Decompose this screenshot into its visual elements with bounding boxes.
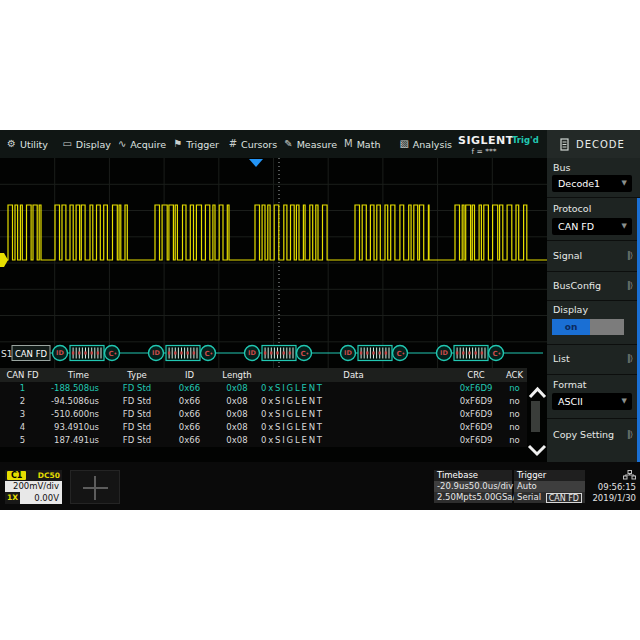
decode-bus-label: CAN FD [15, 349, 48, 359]
timebase-delay: -20.9us [437, 481, 469, 492]
cell-time: -510.600ns [45, 408, 112, 421]
trigger-flag-icon: ⚑ [173, 139, 182, 149]
signal-menu-item[interactable]: Signal ‖⟩ [547, 248, 640, 264]
table-row[interactable]: 2-94.5086usFD Std0x660x080xSIGLENT0xF6D9… [0, 395, 527, 408]
menu-item-acquire[interactable]: ∿Acquire [111, 130, 166, 158]
column-header-time: Time [45, 368, 112, 382]
plus-icon [94, 476, 96, 500]
decoded-frame: IDC [341, 346, 408, 361]
cell-ack: no [502, 421, 527, 434]
menu-item-cursors[interactable]: #Cursors [222, 130, 278, 158]
cell-length: 0x08 [217, 434, 257, 447]
submenu-arrow-icon: ‖⟩ [627, 251, 632, 260]
timebase-box[interactable]: Timebase -20.9us 50.0us/div 2.50Mpts 5.0… [434, 470, 512, 504]
menu-item-utility[interactable]: ⚙Utility [0, 130, 55, 158]
decoded-frame: IDC [53, 346, 120, 361]
status-bar: C1 DC50 200mV/div 1X 0.00V Timebase -20.… [0, 462, 640, 510]
channel1-scale: 200mV/div [5, 481, 62, 492]
column-header-crc: CRC [450, 368, 502, 382]
cell-data: 0xSIGLENT [257, 382, 450, 395]
menu-items: ⚙Utility▭Display∿Acquire⚑Trigger#Cursors… [0, 130, 452, 158]
cell-id: 0x66 [162, 408, 217, 421]
bus-select-value: Decode1 [558, 175, 600, 192]
table-row[interactable]: 1-188.508usFD Std0x660x080xSIGLENT0xF6D9… [0, 382, 527, 395]
timebase-row2: 2.50Mpts 5.00GSa/s [434, 492, 512, 503]
trigger-bus-type: CAN FD [546, 493, 582, 503]
cell-id: 0x66 [162, 395, 217, 408]
bus-select[interactable]: Decode1 ▼ [552, 175, 632, 192]
chevron-down-icon: ▼ [622, 175, 627, 192]
cell-can-fd: 2 [0, 395, 45, 408]
add-channel-button[interactable] [70, 470, 120, 504]
cell-crc: 0xF6D9 [450, 382, 502, 395]
siglent-logo: SIGLENT [458, 134, 510, 147]
table-row[interactable]: 5187.491usFD Std0x660x080xSIGLENT0xF6D9n… [0, 434, 527, 447]
list-label: List [553, 353, 570, 364]
list-menu-item[interactable]: List ‖⟩ [547, 351, 640, 367]
acquire-wave-icon: ∿ [118, 139, 126, 149]
cell-id: 0x66 [162, 421, 217, 434]
menu-item-math[interactable]: MMath [337, 130, 392, 158]
submenu-arrow-icon: ‖⟩ [627, 281, 632, 290]
cell-time: -94.5086us [45, 395, 112, 408]
table-row[interactable]: 3-510.600nsFD Std0x660x080xSIGLENT0xF6D9… [0, 408, 527, 421]
cell-ack: no [502, 395, 527, 408]
chevron-down-icon: ▼ [622, 218, 627, 235]
channel1-info-box[interactable]: C1 DC50 200mV/div 1X 0.00V [5, 470, 62, 504]
cell-type: FD Std [112, 434, 162, 447]
chevron-down-icon: ▼ [622, 393, 627, 410]
divider [547, 374, 640, 375]
oscilloscope-screen: ⚙Utility▭Display∿Acquire⚑Trigger#Cursors… [0, 130, 640, 510]
display-on-off-toggle[interactable]: on [552, 319, 624, 335]
cell-can-fd: 3 [0, 408, 45, 421]
list-scrollbar[interactable] [531, 401, 540, 432]
list-scroll-up-icon[interactable] [528, 386, 547, 399]
frequency-counter: f = *** [458, 147, 510, 156]
channel1-level-marker[interactable] [0, 253, 8, 267]
frame-id-label: ID [56, 349, 64, 357]
menu-item-trigger[interactable]: ⚑Trigger [166, 130, 221, 158]
frame-crc-label: C [300, 350, 305, 358]
cell-data: 0xSIGLENT [257, 434, 450, 447]
cell-data: 0xSIGLENT [257, 408, 450, 421]
trigger-delay-marker[interactable] [249, 159, 263, 167]
divider [547, 418, 640, 419]
protocol-select[interactable]: CAN FD ▼ [552, 218, 632, 235]
cell-data: 0xSIGLENT [257, 395, 450, 408]
frame-crc-label: C [492, 350, 497, 358]
list-scroll-down-icon[interactable] [526, 444, 548, 457]
decoded-frame: IDC [437, 346, 504, 361]
column-header-can-fd: CAN FD [0, 368, 45, 382]
menu-item-label: Acquire [130, 139, 166, 150]
busconfig-menu-item[interactable]: BusConfig ‖⟩ [547, 278, 640, 294]
frame-crc-label: C [204, 350, 209, 358]
cell-crc: 0xF6D9 [450, 421, 502, 434]
clock-box: 09:56:15 2019/1/30 [588, 470, 636, 504]
decoded-frame: IDC [245, 346, 312, 361]
timebase-title: Timebase [434, 470, 512, 481]
trigger-box[interactable]: Trigger Auto Serial CAN FD [514, 470, 585, 504]
copy-setting-label: Copy Setting [553, 429, 614, 440]
trigger-source: Serial [517, 492, 541, 503]
decoded-frame: IDC [149, 346, 216, 361]
cell-type: FD Std [112, 395, 162, 408]
channel1-probe: 1X [5, 492, 20, 504]
cell-length: 0x08 [217, 421, 257, 434]
menu-item-display[interactable]: ▭Display [55, 130, 110, 158]
format-select[interactable]: ASCII ▼ [552, 393, 632, 410]
trigger-row2: Serial CAN FD [514, 492, 585, 503]
cell-ack: no [502, 434, 527, 447]
menu-item-measure[interactable]: ✎Measure [277, 130, 337, 158]
submenu-arrow-icon: ‖⟩ [627, 430, 632, 439]
divider [547, 240, 640, 241]
decode-sidebar: DECODE Bus Decode1 ▼ Protocol CAN FD ▼ S… [547, 130, 640, 462]
table-body: 1-188.508usFD Std0x660x080xSIGLENT0xF6D9… [0, 382, 527, 447]
column-header-id: ID [162, 368, 217, 382]
cell-length: 0x08 [217, 408, 257, 421]
menu-item-analysis[interactable]: ▧Analysis [392, 130, 452, 158]
table-row[interactable]: 493.4910usFD Std0x660x080xSIGLENT0xF6D9n… [0, 421, 527, 434]
measure-icon: ✎ [284, 139, 292, 149]
frame-id-label: ID [440, 349, 448, 357]
cell-length: 0x08 [217, 382, 257, 395]
copy-setting-menu-item[interactable]: Copy Setting ‖⟩ [547, 427, 640, 443]
